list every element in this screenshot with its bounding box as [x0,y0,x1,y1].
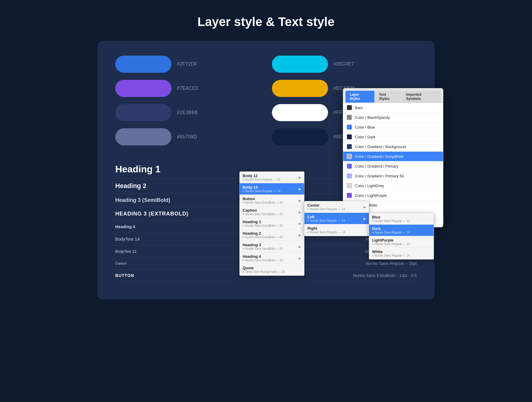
color-dot-icon [347,105,352,110]
type-label-caption: Caption [115,262,126,265]
arrow-icon: ▶ [299,187,301,191]
panel-item[interactable]: Color / BlackOpacity [343,113,443,122]
hex-blue: #2F72DF [177,61,197,67]
swatch-white [272,104,328,121]
swatch-dark [272,128,328,145]
color-dot-icon [347,144,352,149]
type-label-button: BUTTON [115,273,134,278]
color-dot-icon [347,134,352,140]
dropdown-item[interactable]: LightPurple≡ Nunito Sans Regular — 14 [369,236,434,248]
dropdown-item[interactable]: Body 14≡ Nunito Sans Regular — 14▶ [240,183,304,195]
arrow-icon: ▶ [364,205,366,209]
panel-item[interactable]: Color / Gradient / Background [343,142,443,152]
text-menu-l1: Body 12≡ Nunito Sans Regular — 12▶Body 1… [239,171,304,276]
page-title: Layer style & Text style [0,0,532,41]
hex-purple: #7E4CE3 [177,86,198,91]
dropdown-item[interactable]: Heading 1≡ Nunito Sans ExtraBold — 32▶ [240,218,304,229]
dropdown-item[interactable]: Right≡ Nunito Sans Regular — 14 [304,224,369,236]
type-label-h3eb: HEADING 3 (EXTRABOLD) [115,211,189,217]
dropdown-item[interactable]: Button≡ Nunito Sans ExtraBold — 14▶ [240,195,304,206]
hex-slate: #65709D [177,134,197,140]
arrow-icon: ▶ [364,217,366,220]
text-menu-l2: Center≡ Nunito Sans Regular — 14▶Left≡ N… [304,201,369,236]
dropdown-item[interactable]: Left≡ Nunito Sans Regular — 14▶ [304,213,369,224]
color-dot-icon [347,163,352,169]
dropdown-item[interactable]: Caption≡ Nunito Sans SemiBold — 10▶ [240,206,304,218]
color-dot-icon [347,115,352,120]
arrow-icon: ▶ [299,222,301,225]
type-label-body14: BodyText 14 [115,236,140,241]
tab-imported-symbols[interactable]: Imported Symbols [402,91,441,103]
type-label-h4: Heading 4 [115,224,135,229]
arrow-icon: ▶ [299,176,301,179]
swatch-row-purple: #7E4CE3 [115,80,260,97]
dropdown-item[interactable]: White≡ Nunito Sans Regular — 14 [369,248,434,259]
dropdown-item[interactable]: Heading 2≡ Nunito Sans ExtraBold — 20▶ [240,229,304,241]
arrow-icon: ▶ [299,257,301,260]
tab-layer-styles[interactable]: Layer Styles [346,91,374,103]
panel-item[interactable]: Color / Blue [343,122,443,132]
swatch-row-cyan: #00C4E7 [272,56,417,73]
panel-item[interactable]: Color / Gradient / GreyWhite [343,152,443,161]
main-card: #2F72DF #00C4E7 #7E4CE3 #ECAB00 #2E3B6B … [98,41,434,299]
arrow-icon: ▶ [299,199,301,202]
hex-cyan: #00C4E7 [333,61,354,67]
type-label-h2: Heading 2 [115,182,146,190]
type-label-body12: BodyText 12 [115,249,137,254]
dropdown-item[interactable]: Blue≡ Nunito Sans Regular — 14 [369,213,434,225]
dropdown-item[interactable]: Quote≡ Times New Roman Italic — 20 [240,264,304,275]
swatch-yellow [272,80,328,97]
swatch-row-blue: #2F72DF [115,56,260,73]
type-label-h1: Heading 1 [115,164,160,175]
dropdown-item[interactable]: Heading 4≡ Nunito Sans ExtraBold — 12▶ [240,252,304,264]
tab-text-styles[interactable]: Text Styles [375,91,401,103]
dropdown-item[interactable]: Body 12≡ Nunito Sans Regular — 12▶ [240,172,304,183]
panel-item[interactable]: Bars [343,103,443,113]
panel-tabs: Layer Styles Text Styles Imported Symbol… [343,88,443,103]
panel-item[interactable]: Color / Dark [343,132,443,142]
hex-grey: #2E3B6B [177,110,198,115]
swatch-purple [115,80,171,97]
type-label-h3sb: Heading 3 (SemiBold) [115,197,170,203]
panel-item[interactable]: Color / Gradient / Primary [343,161,443,171]
dropdown-item[interactable]: Center≡ Nunito Sans Regular — 14▶ [304,201,369,213]
swatch-row-grey: #2E3B6B [115,104,260,121]
arrow-icon: ▶ [299,234,301,237]
swatch-grey [115,104,171,121]
color-dot-icon [347,124,352,130]
swatch-cyan [272,56,328,73]
swatch-slate [115,128,171,145]
arrow-icon: ▶ [299,210,301,214]
arrow-icon: ▶ [299,245,301,248]
text-menus: Body 12≡ Nunito Sans Regular — 12▶Body 1… [239,171,434,276]
color-dot-icon [347,154,352,159]
text-menu-l3: Blue≡ Nunito Sans Regular — 14Dark≡ Nuni… [369,213,434,260]
swatch-row-slate: #65709D [115,128,260,145]
dropdown-item[interactable]: Dark≡ Nunito Sans Regular — 14 [369,225,434,236]
swatch-blue [115,56,171,73]
dropdown-item[interactable]: Heading 3≡ Nunito Sans SemiBold — 16▶ [240,241,304,252]
